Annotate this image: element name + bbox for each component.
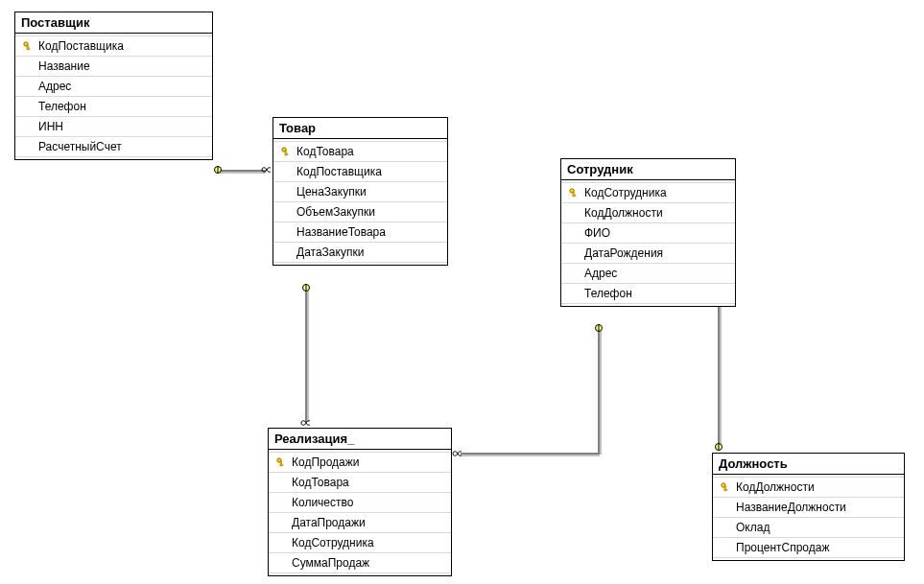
table-row[interactable]: ИНН: [15, 117, 212, 137]
table-row[interactable]: Оклад: [713, 518, 904, 538]
table-row[interactable]: Адрес: [15, 77, 212, 97]
table-row[interactable]: РасчетныйСчет: [15, 137, 212, 157]
table-row[interactable]: ПроцентСпродаж: [713, 538, 904, 558]
field-label: ФИО: [582, 226, 729, 240]
svg-rect-22: [724, 489, 727, 490]
relation-product-sale: [307, 288, 309, 422]
table-row[interactable]: КодДолжности: [713, 477, 904, 498]
table-product[interactable]: Товар КодТовара КодПоставщика ЦенаЗакупк…: [272, 117, 448, 266]
rel-end-many-icon: [300, 418, 310, 428]
field-label: КодПоставщика: [295, 165, 441, 178]
rel-end-one-icon: [594, 323, 604, 333]
svg-rect-19: [280, 464, 283, 465]
table-supplier[interactable]: Поставщик КодПоставщика Название Адрес Т…: [14, 12, 213, 160]
table-row[interactable]: ОбъемЗакупки: [273, 202, 447, 222]
field-label: Оклад: [734, 521, 898, 534]
diagram-canvas: Поставщик КодПоставщика Название Адрес Т…: [0, 0, 924, 584]
table-employee[interactable]: Сотрудник КодСотрудника КодДолжности ФИО…: [560, 158, 736, 307]
table-title: Товар: [273, 118, 447, 139]
field-label: КодСотрудника: [290, 536, 445, 549]
primary-key-icon: [568, 187, 580, 199]
table-row[interactable]: ФИО: [561, 223, 735, 244]
field-label: ОбъемЗакупки: [295, 205, 441, 219]
relation-employee-sale: [600, 328, 602, 455]
table-row[interactable]: КодТовара: [269, 473, 451, 493]
rel-end-one-icon: [714, 442, 723, 452]
field-label: Название: [36, 59, 206, 73]
primary-key-icon: [280, 146, 292, 157]
field-label: НазваниеДолжности: [734, 501, 898, 514]
table-title: Поставщик: [15, 12, 212, 34]
field-label: КодПродажи: [290, 456, 445, 469]
field-label: Адрес: [582, 267, 729, 280]
table-row[interactable]: КодПоставщика: [15, 35, 212, 57]
field-label: ДатаРождения: [582, 246, 729, 260]
table-row[interactable]: ДатаРождения: [561, 244, 735, 264]
table-row[interactable]: ДатаЗакупки: [273, 243, 447, 263]
field-label: КодТовара: [295, 145, 441, 158]
table-row[interactable]: КодСотрудника: [561, 182, 735, 203]
table-row[interactable]: Телефон: [561, 284, 735, 304]
primary-key-icon: [275, 456, 287, 468]
field-label: ДатаПродажи: [290, 516, 445, 529]
field-label: СуммаПродаж: [290, 556, 445, 570]
table-row[interactable]: СуммаПродаж: [269, 553, 451, 573]
table-body: КодПродажи КодТовара Количество ДатаПрод…: [269, 450, 451, 575]
table-row[interactable]: НазваниеТовара: [273, 222, 447, 243]
table-row[interactable]: Телефон: [15, 97, 212, 117]
rel-end-one-icon: [301, 283, 311, 292]
field-label: ЦенаЗакупки: [295, 185, 441, 199]
relation-employee-sale: [461, 455, 600, 456]
table-position[interactable]: Должность КодДолжности НазваниеДолжности…: [712, 453, 905, 561]
table-row[interactable]: КодПоставщика: [273, 162, 447, 182]
table-title: Должность: [713, 454, 904, 475]
table-body: КодДолжности НазваниеДолжности Оклад Про…: [713, 475, 904, 560]
table-body: КодТовара КодПоставщика ЦенаЗакупки Объе…: [273, 139, 447, 265]
rel-end-one-icon: [213, 165, 223, 175]
field-label: Телефон: [36, 100, 206, 113]
field-label: ПроцентСпродаж: [734, 541, 898, 554]
field-label: Телефон: [582, 287, 729, 300]
table-row[interactable]: Название: [15, 57, 212, 77]
svg-rect-13: [285, 153, 288, 154]
rel-end-many-icon: [261, 165, 271, 175]
field-label: КодДолжности: [734, 480, 898, 494]
table-row[interactable]: Адрес: [561, 264, 735, 284]
rel-end-many-icon: [452, 449, 462, 458]
field-label: КодСотрудника: [582, 186, 729, 199]
table-row[interactable]: Количество: [269, 493, 451, 513]
table-row[interactable]: КодТовара: [273, 141, 447, 162]
svg-rect-16: [573, 195, 576, 196]
field-label: КодПоставщика: [36, 39, 206, 53]
table-title: Реализация_: [269, 429, 451, 450]
field-label: НазваниеТовара: [295, 225, 441, 239]
table-row[interactable]: НазваниеДолжности: [713, 498, 904, 518]
table-row[interactable]: ДатаПродажи: [269, 513, 451, 533]
primary-key-icon: [22, 40, 34, 52]
table-title: Сотрудник: [561, 159, 735, 180]
field-label: Количество: [290, 496, 445, 509]
table-row[interactable]: КодПродажи: [269, 452, 451, 473]
field-label: Адрес: [36, 80, 206, 93]
table-row[interactable]: КодДолжности: [561, 203, 735, 223]
field-label: КодТовара: [290, 476, 445, 489]
table-sale[interactable]: Реализация_ КодПродажи КодТовара Количес…: [268, 428, 452, 576]
field-label: ИНН: [36, 120, 206, 133]
table-body: КодПоставщика Название Адрес Телефон ИНН…: [15, 34, 212, 159]
svg-rect-10: [27, 48, 30, 49]
table-row[interactable]: КодСотрудника: [269, 533, 451, 553]
field-label: РасчетныйСчет: [36, 140, 206, 153]
field-label: КодДолжности: [582, 206, 729, 220]
relation-supplier-product: [218, 172, 266, 174]
table-row[interactable]: ЦенаЗакупки: [273, 182, 447, 202]
field-label: ДатаЗакупки: [295, 245, 441, 259]
primary-key-icon: [720, 481, 731, 493]
table-body: КодСотрудника КодДолжности ФИО ДатаРожде…: [561, 180, 735, 306]
